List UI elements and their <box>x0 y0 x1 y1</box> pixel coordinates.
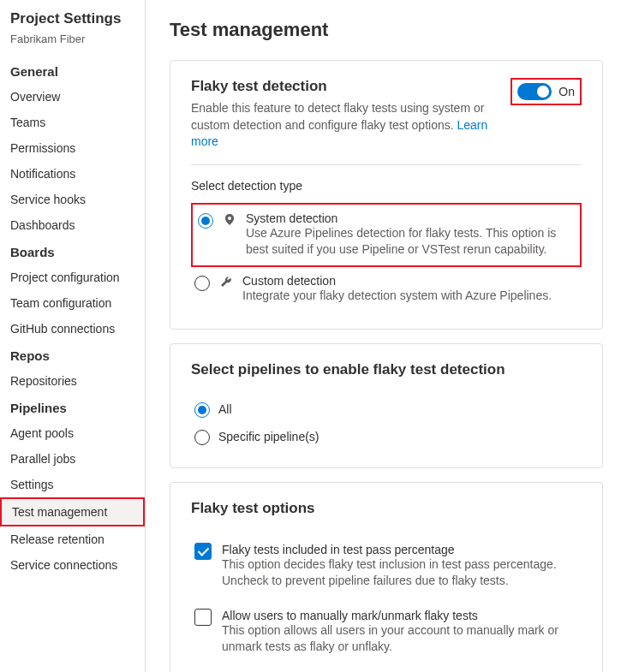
nav-test-management[interactable]: Test management <box>0 497 145 526</box>
detection-system-radio[interactable] <box>198 213 213 229</box>
detection-system-row[interactable]: System detection Use Azure Pipelines det… <box>191 203 582 267</box>
nav-overview[interactable]: Overview <box>0 84 145 110</box>
pipelines-all-radio[interactable] <box>194 402 210 418</box>
include-pass-percentage-desc: This option decides flaky test inclusion… <box>222 556 578 590</box>
detection-system-desc: Use Azure Pipelines detection for flaky … <box>246 225 575 259</box>
sidebar: Project Settings Fabrikam Fiber General … <box>0 0 146 672</box>
select-pipelines-card: Select pipelines to enable flaky test de… <box>170 343 603 468</box>
section-heading-pipelines: Pipelines <box>0 394 145 420</box>
manual-mark-checkbox[interactable] <box>194 609 212 626</box>
page-title: Test management <box>170 19 603 41</box>
pipelines-specific-radio[interactable] <box>194 430 210 445</box>
nav-release-retention[interactable]: Release retention <box>0 526 145 552</box>
manual-mark-desc: This option allows all users in your acc… <box>222 622 578 656</box>
manual-mark-row[interactable]: Allow users to manually mark/unmark flak… <box>191 604 582 661</box>
nav-parallel-jobs[interactable]: Parallel jobs <box>0 446 145 472</box>
detection-custom-desc: Integrate your flaky detection system wi… <box>242 288 578 305</box>
detection-type-heading: Select detection type <box>191 179 582 193</box>
pipelines-all-row[interactable]: All <box>191 395 582 423</box>
nav-permissions[interactable]: Permissions <box>0 135 145 161</box>
nav-dashboards[interactable]: Dashboards <box>0 212 145 238</box>
include-pass-percentage-checkbox[interactable] <box>194 543 212 560</box>
flaky-options-title: Flaky test options <box>191 500 582 517</box>
wrench-icon <box>218 276 234 289</box>
sidebar-title: Project Settings <box>0 7 145 31</box>
flaky-detection-toggle-wrap: On <box>511 78 582 105</box>
nav-team-configuration[interactable]: Team configuration <box>0 290 145 316</box>
divider <box>191 164 582 165</box>
include-pass-percentage-row[interactable]: Flaky tests included in test pass percen… <box>191 538 582 595</box>
flaky-options-card: Flaky test options Flaky tests included … <box>170 482 603 672</box>
nav-repositories[interactable]: Repositories <box>0 368 145 394</box>
nav-github-connections[interactable]: GitHub connections <box>0 316 145 342</box>
flaky-detection-title: Flaky test detection <box>191 78 500 95</box>
flaky-detection-toggle[interactable] <box>517 83 552 100</box>
pipelines-specific-row[interactable]: Specific pipeline(s) <box>191 423 582 450</box>
section-heading-general: General <box>0 57 145 84</box>
sidebar-subtitle: Fabrikam Fiber <box>0 31 145 57</box>
flaky-detection-desc: Enable this feature to detect flaky test… <box>191 100 500 151</box>
nav-agent-pools[interactable]: Agent pools <box>0 420 145 446</box>
detection-custom-radio[interactable] <box>194 276 210 291</box>
rocket-icon <box>222 213 237 227</box>
nav-teams[interactable]: Teams <box>0 110 145 135</box>
section-heading-repos: Repos <box>0 342 145 368</box>
nav-project-configuration[interactable]: Project configuration <box>0 265 145 290</box>
flaky-detection-card: Flaky test detection Enable this feature… <box>170 60 603 330</box>
pipelines-specific-label: Specific pipeline(s) <box>218 430 319 443</box>
select-pipelines-title: Select pipelines to enable flaky test de… <box>191 361 582 378</box>
manual-mark-title: Allow users to manually mark/unmark flak… <box>222 609 578 622</box>
section-heading-boards: Boards <box>0 238 145 265</box>
nav-notifications[interactable]: Notifications <box>0 161 145 187</box>
detection-custom-row[interactable]: Custom detection Integrate your flaky de… <box>191 267 582 312</box>
detection-system-title: System detection <box>246 211 575 225</box>
pipelines-all-label: All <box>218 402 232 416</box>
nav-service-connections[interactable]: Service connections <box>0 552 145 578</box>
detection-custom-title: Custom detection <box>242 274 578 288</box>
nav-service-hooks[interactable]: Service hooks <box>0 187 145 212</box>
flaky-detection-toggle-label: On <box>558 85 575 98</box>
include-pass-percentage-title: Flaky tests included in test pass percen… <box>222 543 578 556</box>
nav-settings[interactable]: Settings <box>0 472 145 497</box>
main-content: Test management Flaky test detection Ena… <box>146 0 627 672</box>
